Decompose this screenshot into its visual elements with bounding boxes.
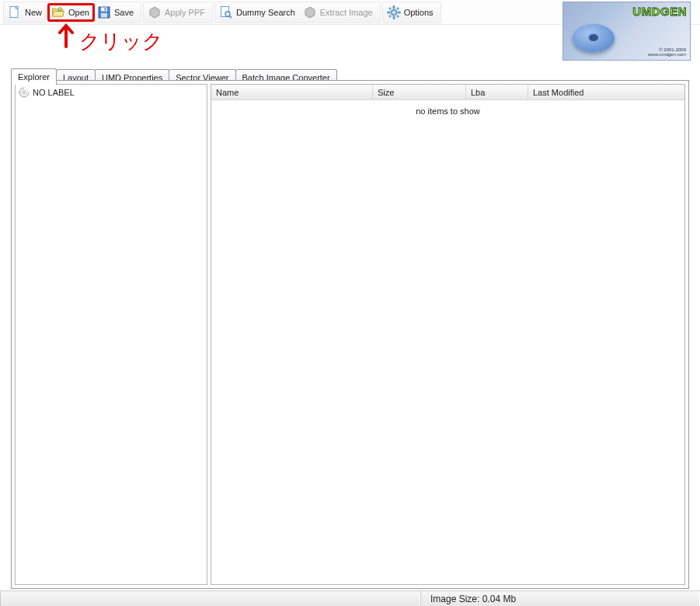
open-button[interactable]: Open — [47, 3, 95, 22]
col-header-size[interactable]: Size — [373, 85, 466, 99]
svg-rect-18 — [388, 15, 391, 17]
extract-image-button[interactable]: Extract Image — [301, 3, 378, 22]
svg-rect-12 — [393, 5, 395, 8]
gear-icon — [387, 5, 401, 19]
list-pane: Name Size Lba Last Modified no items to … — [211, 84, 685, 585]
save-button[interactable]: Save — [95, 3, 139, 22]
svg-rect-13 — [393, 16, 395, 19]
tree-root-item[interactable]: NO LABEL — [19, 87, 204, 98]
svg-rect-14 — [387, 12, 389, 13]
list-header: Name Size Lba Last Modified — [211, 85, 684, 100]
list-empty-message: no items to show — [211, 106, 684, 116]
svg-rect-4 — [101, 13, 107, 18]
svg-line-9 — [229, 16, 232, 18]
hexagon-icon — [148, 5, 162, 19]
svg-rect-5 — [104, 8, 106, 10]
extract-image-label: Extract Image — [320, 8, 373, 17]
svg-point-20 — [392, 11, 395, 13]
svg-marker-10 — [305, 7, 315, 18]
toolbar-group-ppf: Apply PPF — [143, 2, 213, 23]
annotation-click: クリック — [53, 23, 193, 65]
brand-disc-icon — [573, 24, 615, 52]
svg-rect-19 — [396, 15, 399, 17]
tree-pane[interactable]: NO LABEL — [15, 84, 207, 585]
svg-rect-16 — [388, 7, 391, 9]
save-floppy-icon — [97, 5, 111, 19]
svg-point-23 — [23, 91, 25, 93]
svg-rect-3 — [101, 7, 107, 11]
svg-rect-15 — [398, 12, 400, 13]
hexagon-icon — [303, 5, 317, 19]
search-icon — [219, 5, 233, 19]
apply-ppf-label: Apply PPF — [165, 8, 205, 17]
open-label: Open — [68, 8, 89, 17]
apply-ppf-button[interactable]: Apply PPF — [145, 3, 211, 22]
new-label: New — [25, 8, 42, 17]
new-button[interactable]: New — [5, 3, 47, 22]
save-label: Save — [114, 8, 134, 17]
new-file-icon — [8, 5, 22, 19]
toolbar-group-file: New Open Save — [3, 2, 141, 23]
options-label: Options — [404, 8, 434, 17]
annotation-text: クリック — [79, 30, 163, 53]
open-folder-icon — [51, 5, 65, 19]
brand-copyright: © 2001-2009 www.umdgen.com — [648, 47, 686, 57]
dummy-search-button[interactable]: Dummy Search — [217, 3, 301, 22]
svg-marker-6 — [150, 7, 159, 18]
tab-explorer[interactable]: Explorer — [11, 68, 57, 85]
col-header-modified[interactable]: Last Modified — [528, 85, 684, 99]
toolbar-group-tools: Dummy Search Extract Image — [214, 2, 381, 23]
disc-icon — [19, 87, 30, 98]
status-spacer — [0, 591, 420, 606]
col-header-name[interactable]: Name — [211, 85, 373, 99]
options-button[interactable]: Options — [385, 3, 439, 22]
tree-root-label: NO LABEL — [33, 88, 75, 97]
svg-rect-17 — [396, 7, 399, 9]
status-image-size: Image Size: 0.04 Mb — [420, 591, 700, 606]
brand-logo-text: UMDGEN — [632, 5, 687, 18]
content-frame: NO LABEL Name Size Lba Last Modified no … — [11, 80, 689, 589]
status-bar: Image Size: 0.04 Mb — [0, 590, 700, 606]
col-header-lba[interactable]: Lba — [466, 85, 528, 99]
brand-logo: UMDGEN © 2001-2009 www.umdgen.com — [562, 2, 691, 61]
dummy-search-label: Dummy Search — [236, 8, 295, 17]
toolbar-group-options: Options — [382, 2, 441, 23]
